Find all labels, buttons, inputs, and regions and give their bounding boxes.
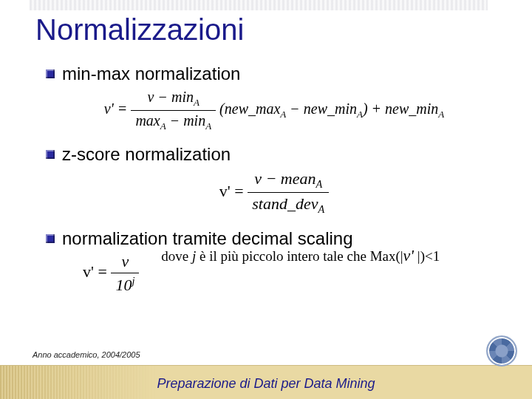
footer-year: Anno accademico, 2004/2005 [33, 350, 140, 359]
bullet-icon [46, 69, 55, 78]
formula-lhs: v' = [219, 182, 244, 200]
formula-lhs: v' = [104, 100, 128, 117]
list-item: min-max normalization v' = v − minA maxA… [46, 64, 502, 132]
item-label-minmax: min-max normalization [62, 64, 240, 84]
decimal-caption: dove j è il più piccolo intero tale che … [161, 246, 440, 265]
list-item: z-score normalization v' = v − meanA sta… [46, 144, 502, 216]
formula-minmax: v' = v − minA maxA − minA (new_maxA − ne… [46, 89, 502, 132]
decorative-top-band [30, 0, 488, 10]
formula-lhs: v' = [83, 262, 107, 281]
item-label-zscore: z-score normalization [62, 144, 231, 165]
content-area: min-max normalization v' = v − minA maxA… [46, 64, 502, 299]
bullet-icon [46, 234, 55, 243]
list-item: normalization tramite decimal scaling v'… [46, 228, 502, 295]
university-logo-icon [486, 335, 517, 366]
footer-subtitle: Preparazione di Dati per Data Mining [0, 376, 532, 392]
formula-decimal: v' = v 10j [83, 252, 139, 295]
bullet-icon [46, 150, 55, 159]
formula-zscore: v' = v − meanA stand_devA [46, 169, 502, 216]
page-title: Normalizzazioni [35, 13, 244, 47]
